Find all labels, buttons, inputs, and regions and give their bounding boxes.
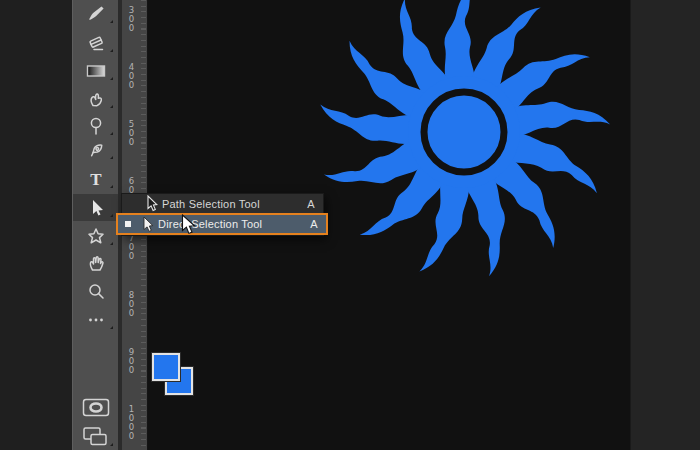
tool-flyout-menu: Path Selection Tool A Direct Selection T… [121,193,324,236]
flyout-indicator [110,156,113,159]
flyout-indicator [110,185,113,188]
ruler-label: 8 0 0 [125,291,138,318]
flyout-indicator [110,105,113,108]
svg-text:T: T [90,169,102,188]
ruler-label: 3 0 0 [125,6,138,33]
type-tool-button[interactable]: T [73,165,118,192]
ruler-label: 9 0 0 [125,348,138,375]
custom-shape-tool-button[interactable] [73,222,118,249]
edit-toolbar-button[interactable] [73,306,118,333]
current-tool-marker [118,221,137,227]
brush-tool-button[interactable] [73,0,118,27]
path-selection-tool-button[interactable] [73,194,118,221]
eraser-tool-button[interactable] [73,29,118,56]
menu-item-label: Direct Selection Tool [158,218,302,230]
menu-item-label: Path Selection Tool [162,198,299,210]
flyout-indicator [110,443,113,446]
menu-item-shortcut: A [302,218,326,230]
ruler-label: 5 0 0 [125,120,138,147]
flyout-indicator [110,132,113,135]
magnifier-icon [86,282,106,302]
foreground-color-swatch[interactable] [152,353,180,381]
zoom-tool-button[interactable] [73,278,118,305]
flyout-indicator [110,242,113,245]
black-arrow-icon [86,198,106,218]
tool-options-bar: T [72,0,118,450]
pen-nib-icon [86,140,106,160]
hand-icon [86,253,106,273]
left-dark-panel [0,0,72,450]
flyout-indicator [110,326,113,329]
flyout-indicator [110,214,113,217]
flyout-indicator [110,77,113,80]
menu-item-path-selection-tool[interactable]: Path Selection Tool A [122,194,323,213]
gradient-tool-button[interactable] [73,57,118,84]
smudge-tool-button[interactable] [73,85,118,112]
flyout-indicator [110,20,113,23]
dodge-icon [86,116,106,136]
star-shape-icon [86,226,106,246]
ruler-label: 1 0 0 0 [125,405,138,441]
path-selection-arrow-icon [141,195,162,212]
ellipsis-icon [86,310,106,330]
selected-square-icon [125,221,131,227]
menu-item-direct-selection-tool[interactable]: Direct Selection Tool A [116,213,328,235]
menu-item-shortcut: A [299,198,323,210]
flyout-indicator [110,49,113,52]
hand-tool-button[interactable] [73,249,118,276]
quick-mask-button[interactable] [73,394,118,421]
screen-mode-button[interactable] [73,423,118,450]
type-T-icon: T [86,169,106,189]
brush-icon [86,4,106,24]
ruler-label: 7 0 0 [125,234,138,261]
pasteboard-area [630,0,700,450]
eraser-icon [86,33,106,53]
screen-mode-icon [82,426,110,448]
dodge-tool-button[interactable] [73,112,118,139]
quick-mask-icon [82,398,110,417]
smudge-finger-icon [86,89,106,109]
pointer-cursor-icon [181,214,196,236]
ruler-label: 4 0 0 [125,63,138,90]
gradient-icon [85,62,107,80]
direct-selection-arrow-icon [137,216,158,233]
pen-tool-button[interactable] [73,136,118,163]
